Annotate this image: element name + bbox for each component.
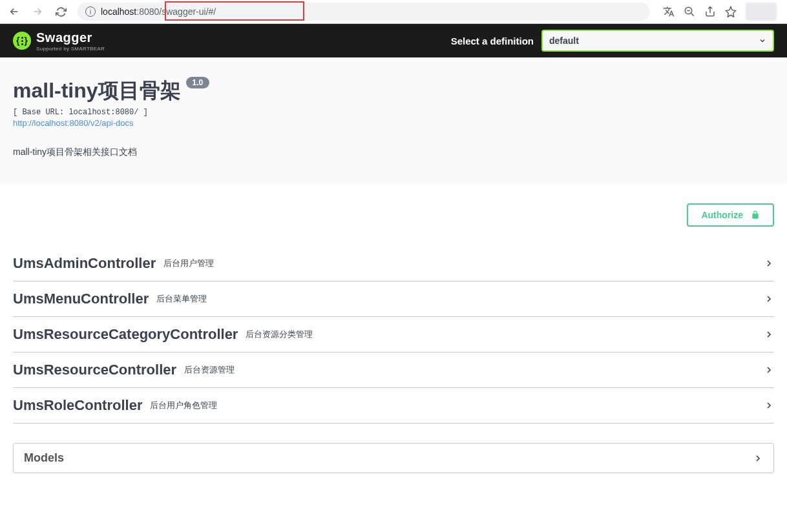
models-title: Models xyxy=(24,451,64,465)
swagger-icon xyxy=(13,32,31,50)
main-content: Authorize UmsAdminController后台用户管理UmsMen… xyxy=(0,184,787,486)
tag-description: 后台用户角色管理 xyxy=(150,400,217,411)
tag-UmsResourceController[interactable]: UmsResourceController后台资源管理 xyxy=(13,353,774,388)
chevron-right-icon xyxy=(753,453,763,464)
api-description: mall-tiny项目骨架相关接口文档 xyxy=(13,147,774,158)
browser-toolbar: i localhost:8080/swagger-ui/#/ xyxy=(0,0,787,24)
tag-name: UmsAdminController xyxy=(13,255,156,272)
tag-name: UmsResourceCategoryController xyxy=(13,326,238,343)
url-text: localhost:8080/swagger-ui/#/ xyxy=(101,6,216,17)
tag-name: UmsRoleController xyxy=(13,397,142,414)
tag-description: 后台资源管理 xyxy=(184,364,235,376)
translate-icon[interactable] xyxy=(663,6,675,17)
chevron-right-icon xyxy=(764,365,774,375)
back-button[interactable] xyxy=(5,3,23,21)
forward-button[interactable] xyxy=(28,3,47,21)
definition-label: Select a definition xyxy=(451,36,534,46)
profile-avatar[interactable] xyxy=(746,3,777,21)
swagger-brand-text: Swagger xyxy=(36,30,105,45)
site-info-icon[interactable]: i xyxy=(85,6,96,17)
chevron-right-icon xyxy=(764,294,774,304)
authorize-button[interactable]: Authorize xyxy=(687,203,774,227)
chevron-down-icon xyxy=(759,37,766,45)
browser-actions xyxy=(658,3,782,21)
tag-description: 后台用户管理 xyxy=(163,258,214,269)
version-badge: 1.0 xyxy=(186,77,210,88)
api-info-section: mall-tiny项目骨架 1.0 [ Base URL: localhost:… xyxy=(0,57,787,184)
tag-description: 后台资源分类管理 xyxy=(246,329,313,340)
models-section[interactable]: Models xyxy=(13,443,774,473)
swagger-topbar: Swagger Supported by SMARTBEAR Select a … xyxy=(0,24,787,57)
share-icon[interactable] xyxy=(704,6,716,17)
tag-UmsRoleController[interactable]: UmsRoleController后台用户角色管理 xyxy=(13,388,774,424)
swagger-brand-sub: Supported by SMARTBEAR xyxy=(36,46,105,52)
lock-icon xyxy=(751,210,760,220)
tag-UmsMenuController[interactable]: UmsMenuController后台菜单管理 xyxy=(13,281,774,317)
tag-name: UmsResourceController xyxy=(13,362,176,378)
tag-name: UmsMenuController xyxy=(13,291,149,307)
definition-select[interactable]: default xyxy=(541,30,774,52)
chevron-right-icon xyxy=(764,329,774,340)
star-icon[interactable] xyxy=(725,6,737,17)
swagger-logo[interactable]: Swagger Supported by SMARTBEAR xyxy=(13,30,105,52)
tag-description: 后台菜单管理 xyxy=(156,293,207,305)
api-docs-link[interactable]: http://localhost:8080/v2/api-docs xyxy=(13,118,133,128)
zoom-icon[interactable] xyxy=(684,6,695,17)
tag-UmsResourceCategoryController[interactable]: UmsResourceCategoryController后台资源分类管理 xyxy=(13,317,774,353)
reload-button[interactable] xyxy=(52,3,70,21)
chevron-right-icon xyxy=(764,400,774,411)
chevron-right-icon xyxy=(764,258,774,269)
definition-value: default xyxy=(549,36,579,46)
tag-UmsAdminController[interactable]: UmsAdminController后台用户管理 xyxy=(13,246,774,281)
url-bar[interactable]: i localhost:8080/swagger-ui/#/ xyxy=(78,3,650,21)
base-url: [ Base URL: localhost:8080/ ] xyxy=(13,108,774,117)
api-title: mall-tiny项目骨架 1.0 xyxy=(13,77,209,105)
